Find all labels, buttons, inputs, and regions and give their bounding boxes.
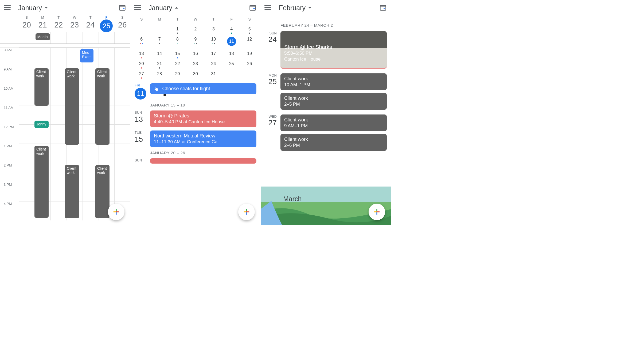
month-day-cell[interactable]: 24 [205,61,222,66]
event-image-card[interactable]: Storm @ Ice Sharks 5:50–6:50 PM Canton I… [280,31,387,69]
create-event-fab[interactable] [238,204,255,220]
month-day-cell[interactable] [132,27,150,31]
day-dow: SUN [135,110,150,114]
week-range-label: JANUARY 13 – 19 [150,103,256,107]
create-event-fab[interactable] [369,204,385,220]
month-grid[interactable]: SMTWTFS123456789101112131415161718192021… [130,15,261,76]
create-event-fab[interactable] [108,204,124,220]
event-client-work[interactable]: Client work [65,165,79,218]
weekday-letter: T [205,17,222,21]
menu-icon[interactable] [264,5,271,10]
month-day-cell[interactable]: 25 [222,61,240,66]
event-client-work[interactable]: Client work [95,68,110,145]
event-client-work[interactable]: Client work [34,68,49,106]
month-dropdown[interactable]: February [279,4,311,12]
month-day-cell[interactable] [222,72,240,76]
header: February [261,0,391,15]
today-icon[interactable] [119,4,126,12]
event-partial[interactable] [150,158,256,164]
month-day-cell[interactable]: 27 [132,72,150,76]
menu-icon[interactable] [134,5,141,10]
hour-grid[interactable]: Med Exam Client work Client work Client … [0,47,130,220]
today-icon[interactable] [249,4,256,12]
month-day-cell[interactable]: 1 [169,27,186,31]
month-day-cell[interactable]: 8 [169,37,186,46]
svg-rect-5 [253,8,255,9]
month-day-cell[interactable]: 18 [222,51,240,56]
chevron-down-icon [45,7,48,9]
month-day-cell[interactable]: 3 [205,27,222,31]
month-day-cell[interactable]: 2 [186,27,204,31]
month-day-cell[interactable]: 13 [132,51,150,56]
panel-schedule: February FEBRUARY 24 – MARCH 2 SUN24 Sto… [261,0,391,225]
month-day-cell[interactable]: 28 [150,72,168,76]
month-day-cell[interactable]: 14 [150,51,168,56]
schedule-list[interactable]: FRI 11 Choose seats for flight JANUARY 1… [130,82,261,164]
hour-label: 1 PM [0,144,19,163]
month-day-cell[interactable]: 11 [222,37,240,46]
month-day-cell[interactable]: 19 [241,51,259,56]
month-day-cell[interactable]: 7 [150,37,168,46]
month-day-cell[interactable]: 29 [169,72,186,76]
schedule-day: SUN 13 Storm @ Pirates 4:40–5:40 PM at C… [135,110,256,127]
event-martin[interactable]: Martin [36,33,50,40]
hour-label: 9 AM [0,67,19,86]
event-client-work[interactable]: Client work [34,146,49,218]
week-day-col[interactable]: F25 [99,15,115,32]
day-num: 24 [265,35,277,44]
event-client-work[interactable]: Client work [65,68,79,145]
month-dropdown[interactable]: January [18,4,48,12]
month-day-cell[interactable]: 31 [205,72,222,76]
event-client-work[interactable]: Client work [95,165,110,218]
month-day-cell[interactable]: 17 [205,51,222,56]
event-choose-seats[interactable]: Choose seats for flight [150,83,256,94]
svg-rect-8 [384,8,385,9]
month-day-cell[interactable]: 16 [186,51,204,56]
month-day-cell[interactable]: 22 [169,61,186,66]
month-dropdown[interactable]: January [149,4,178,12]
week-day-col[interactable]: M21 [35,15,51,32]
month-day-cell[interactable] [241,72,259,76]
weekday-number: 24 [83,21,99,29]
schedule-list[interactable]: FEBRUARY 24 – MARCH 2 SUN24 Storm @ Ice … [261,23,391,151]
week-day-col[interactable]: T22 [50,15,67,32]
weekday-letter: F [99,15,115,19]
weekday-letter: F [222,17,240,21]
month-day-cell[interactable]: 15 [169,51,186,56]
week-day-col[interactable]: W23 [67,15,83,32]
week-day-col[interactable]: S20 [19,15,35,32]
menu-icon[interactable] [4,5,11,10]
panel-week-view: January S20M21T22W23T24F25S26 Martin Med… [0,0,130,225]
month-day-cell[interactable] [150,27,168,31]
today-icon[interactable] [379,4,387,12]
weekday-letter: S [132,17,150,21]
month-day-cell[interactable]: 20 [132,61,150,66]
month-day-cell[interactable]: 10 [205,37,222,46]
week-range-label: JANUARY 20 – 26 [150,151,256,155]
week-day-col[interactable]: S26 [114,15,130,32]
event-med-exam[interactable]: Med Exam [80,49,93,62]
month-day-cell[interactable]: 30 [186,72,204,76]
event-client-work[interactable]: Client work 10 AM–1 PM [280,73,387,90]
event-client-work[interactable]: Client work 2–6 PM [280,134,387,151]
month-day-cell[interactable]: 23 [186,61,204,66]
month-day-cell[interactable]: 9 [186,37,204,46]
weekday-number: 23 [67,21,83,29]
event-storm-pirates[interactable]: Storm @ Pirates 4:40–5:40 PM at Canton I… [150,110,256,127]
event-client-work[interactable]: Client work 9 AM–1 PM [280,114,387,131]
month-day-cell[interactable]: 5 [241,27,259,31]
month-day-cell[interactable]: 21 [150,61,168,66]
day-dow: TUE [135,130,150,134]
month-day-cell[interactable]: 6 [132,37,150,46]
header: January [130,0,261,15]
event-client-work[interactable]: Client work 2–5 PM [280,93,387,110]
month-day-cell[interactable]: 26 [241,61,259,66]
month-day-cell[interactable]: 12 [241,37,259,46]
hour-label: 8 AM [0,48,19,67]
month-day-cell[interactable]: 4 [222,27,240,31]
week-day-col[interactable]: T24 [83,15,99,32]
hour-label: 4 PM [0,201,19,220]
event-jonny[interactable]: Jonny [34,121,49,128]
event-nw-mutual[interactable]: Northwestern Mutual Review 11–11:30 AM a… [150,130,256,147]
day-num: 13 [135,115,150,124]
